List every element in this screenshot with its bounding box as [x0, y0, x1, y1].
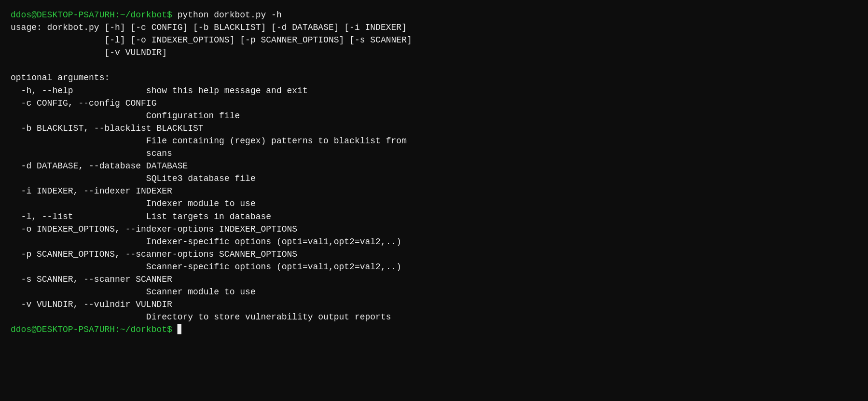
terminal-line-4: [-v VULNDIR] — [11, 46, 857, 59]
terminal-line-24: Directory to store vulnerability output … — [11, 311, 857, 323]
cursor: ▊ — [178, 325, 183, 334]
output-11: scans — [11, 149, 172, 158]
blank-line-1 — [11, 59, 857, 71]
output-13: SQLite3 database file — [11, 174, 256, 183]
output-12: -d DATABASE, --database DATABASE — [11, 161, 188, 171]
terminal-line-20: Scanner-specific options (opt1=val1,opt2… — [11, 261, 857, 273]
output-22: Scanner module to use — [11, 287, 256, 297]
command-1: python dorkbot.py -h — [178, 10, 282, 20]
terminal-line-12: -d DATABASE, --database DATABASE — [11, 160, 857, 172]
terminal-line-9: -b BLACKLIST, --blacklist BLACKLIST — [11, 122, 857, 135]
terminal-line-3: [-l] [-o INDEXER_OPTIONS] [-p SCANNER_OP… — [11, 34, 857, 46]
terminal-line-13: SQLite3 database file — [11, 172, 857, 185]
prompt-1: ddos@DESKTOP-PSA7URH:~/dorkbot$ — [11, 10, 178, 20]
terminal-line-11: scans — [11, 147, 857, 160]
output-6: -h, --help show this help message and ex… — [11, 86, 308, 96]
output-21: -s SCANNER, --scanner SCANNER — [11, 275, 172, 284]
terminal-line-7: -c CONFIG, --config CONFIG — [11, 97, 857, 110]
output-17: -o INDEXER_OPTIONS, --indexer-options IN… — [11, 224, 297, 234]
terminal-line-15: Indexer module to use — [11, 197, 857, 210]
output-10: File containing (regex) patterns to blac… — [11, 136, 407, 146]
terminal-line-23: -v VULNDIR, --vulndir VULNDIR — [11, 298, 857, 311]
terminal-line-19: -p SCANNER_OPTIONS, --scanner-options SC… — [11, 248, 857, 261]
output-15: Indexer module to use — [11, 199, 256, 208]
output-4: [-v VULNDIR] — [11, 48, 167, 57]
output-2: usage: dorkbot.py [-h] [-c CONFIG] [-b B… — [11, 23, 407, 32]
output-8: Configuration file — [11, 111, 240, 121]
output-5: optional arguments: — [11, 73, 110, 83]
output-19: -p SCANNER_OPTIONS, --scanner-options SC… — [11, 249, 297, 259]
terminal-line-14: -i INDEXER, --indexer INDEXER — [11, 185, 857, 197]
output-18: Indexer-specific options (opt1=val1,opt2… — [11, 237, 401, 247]
terminal-line-8: Configuration file — [11, 110, 857, 122]
terminal-line-21: -s SCANNER, --scanner SCANNER — [11, 273, 857, 286]
output-23: -v VULNDIR, --vulndir VULNDIR — [11, 300, 172, 309]
terminal-line-17: -o INDEXER_OPTIONS, --indexer-options IN… — [11, 223, 857, 235]
terminal-line-2: usage: dorkbot.py [-h] [-c CONFIG] [-b B… — [11, 21, 857, 34]
output-7: -c CONFIG, --config CONFIG — [11, 98, 156, 108]
terminal-line-1: ddos@DESKTOP-PSA7URH:~/dorkbot$ python d… — [11, 9, 857, 21]
terminal-line-10: File containing (regex) patterns to blac… — [11, 135, 857, 147]
prompt-2: ddos@DESKTOP-PSA7URH:~/dorkbot$ — [11, 325, 178, 334]
output-3: [-l] [-o INDEXER_OPTIONS] [-p SCANNER_OP… — [11, 35, 412, 45]
output-24: Directory to store vulnerability output … — [11, 312, 391, 322]
output-9: -b BLACKLIST, --blacklist BLACKLIST — [11, 124, 204, 133]
terminal-line-22: Scanner module to use — [11, 286, 857, 298]
terminal-line-16: -l, --list List targets in database — [11, 210, 857, 223]
output-14: -i INDEXER, --indexer INDEXER — [11, 186, 172, 196]
output-16: -l, --list List targets in database — [11, 212, 271, 221]
terminal-line-25[interactable]: ddos@DESKTOP-PSA7URH:~/dorkbot$ ▊ — [11, 323, 857, 336]
output-20: Scanner-specific options (opt1=val1,opt2… — [11, 262, 401, 272]
terminal-window: ddos@DESKTOP-PSA7URH:~/dorkbot$ python d… — [11, 9, 857, 336]
terminal-line-6: -h, --help show this help message and ex… — [11, 84, 857, 97]
terminal-line-5: optional arguments: — [11, 71, 857, 84]
terminal-line-18: Indexer-specific options (opt1=val1,opt2… — [11, 235, 857, 248]
